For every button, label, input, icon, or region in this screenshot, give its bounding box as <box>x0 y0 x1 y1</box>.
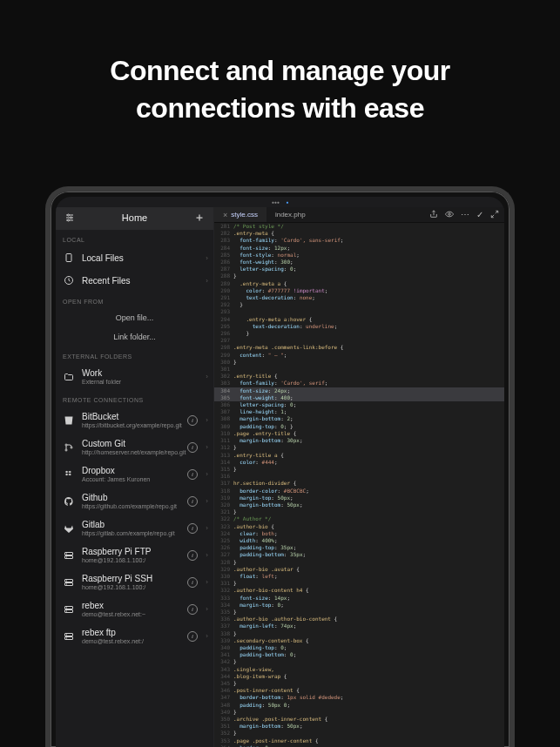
code-line[interactable]: 329.author-bio .avatar { <box>214 566 504 573</box>
code-line[interactable]: 288} <box>214 273 504 279</box>
code-line[interactable]: 351 margin-bottom: 50px; <box>214 723 504 730</box>
code-line[interactable]: 306 letter-spacing: 0; <box>214 401 504 408</box>
code-line[interactable]: 314 color: #444; <box>214 459 504 466</box>
share-icon[interactable] <box>429 210 438 220</box>
code-line[interactable]: 344.blog-item-wrap { <box>214 673 504 680</box>
close-icon[interactable]: × <box>223 211 227 219</box>
code-line[interactable]: 333 font-size: 14px; <box>214 595 504 602</box>
sidebar-item-external-work[interactable]: Work External folder › <box>56 363 213 390</box>
sidebar-item-remote[interactable]: Raspberry Pi SSHhome@192.168.1.100:/i› <box>56 569 213 596</box>
code-line[interactable]: 315} <box>214 466 504 473</box>
sidebar-item-remote[interactable]: Gitlabhttps://gitlab.com/example/repo.gi… <box>56 515 213 542</box>
code-line[interactable]: 339.secondary-content-box { <box>214 637 504 644</box>
info-icon[interactable]: i <box>187 469 198 480</box>
sidebar-item-remote[interactable]: rebexdemo@test.rebex.net:~i› <box>56 596 213 622</box>
code-line[interactable]: 352} <box>214 730 504 737</box>
sidebar-item-local-files[interactable]: Local Files › <box>56 246 213 269</box>
code-line[interactable]: 332.author-bio-content h4 { <box>214 587 504 594</box>
code-line[interactable]: 345} <box>214 680 504 687</box>
info-icon[interactable]: i <box>187 604 198 615</box>
code-line[interactable]: 289 .entry-meta a { <box>214 280 504 287</box>
code-line[interactable]: 293 <box>214 308 504 315</box>
open-file-button[interactable]: Open file... <box>56 308 213 327</box>
info-icon[interactable]: i <box>187 631 198 642</box>
code-line[interactable]: 335} <box>214 609 504 616</box>
code-line[interactable]: 346.post-inner-content { <box>214 687 504 694</box>
code-line[interactable]: 320 margin-bottom: 50px; <box>214 501 504 508</box>
sidebar-item-remote[interactable]: rebex ftpdemo@test.rebex.net:/i› <box>56 622 213 649</box>
sidebar-item-remote[interactable]: Custom Githttp://homeserver.net/example/… <box>56 434 213 461</box>
code-line[interactable]: 284 font-size: 12px; <box>214 245 504 252</box>
code-line[interactable]: 317hr.section-divider { <box>214 480 504 487</box>
code-line[interactable]: 292 } <box>214 301 504 308</box>
code-line[interactable]: 311 margin-bottom: 30px; <box>214 437 504 444</box>
code-line[interactable]: 312} <box>214 444 504 451</box>
code-line[interactable]: 340 padding-top: 0; <box>214 644 504 651</box>
code-line[interactable]: 316 <box>214 473 504 480</box>
code-line[interactable]: 322/* Author */ <box>214 515 504 522</box>
code-line[interactable]: 286 font-weight: 300; <box>214 259 504 266</box>
link-folder-button[interactable]: Link folder... <box>56 327 213 347</box>
code-line[interactable]: 281/* Post style */ <box>214 223 504 230</box>
code-line[interactable]: 321} <box>214 508 504 515</box>
code-line[interactable]: 353.page .post-inner-content { <box>214 737 504 744</box>
info-icon[interactable]: i <box>187 415 198 426</box>
tab-index-php[interactable]: index.php <box>267 207 314 222</box>
code-line[interactable]: 310.page .entry-title { <box>214 430 504 437</box>
code-line[interactable]: 334 margin-top: 0; <box>214 602 504 609</box>
code-line[interactable]: 307 line-height: 1; <box>214 408 504 415</box>
sidebar-item-remote[interactable]: DropboxAccount: James Kuroneni› <box>56 461 213 488</box>
info-icon[interactable]: i <box>187 523 198 534</box>
code-editor[interactable]: 281/* Post style */282.entry-meta {283 f… <box>214 223 504 747</box>
code-line[interactable]: 305 font-weight: 400; <box>214 394 504 401</box>
code-line[interactable]: 350.archive .post-inner-content { <box>214 716 504 723</box>
code-line[interactable]: 330 float: left; <box>214 573 504 580</box>
code-line[interactable]: 290 color: #777777 !important; <box>214 287 504 294</box>
check-icon[interactable]: ✓ <box>476 210 483 220</box>
code-line[interactable]: 308 margin-bottom: 2; <box>214 415 504 422</box>
code-line[interactable]: 299 content: " – "; <box>214 352 504 359</box>
code-line[interactable]: 348 padding: 50px 0; <box>214 702 504 709</box>
code-line[interactable]: 291 text-decoration: none; <box>214 294 504 301</box>
settings-icon[interactable] <box>63 211 77 225</box>
code-line[interactable]: 304 font-size: 24px; <box>214 387 504 394</box>
code-line[interactable]: 331} <box>214 580 504 587</box>
preview-icon[interactable] <box>445 210 454 220</box>
code-line[interactable]: 287 letter-spacing: 0; <box>214 266 504 273</box>
expand-icon[interactable] <box>490 210 499 220</box>
code-line[interactable]: 343.single-view, <box>214 666 504 673</box>
code-line[interactable]: 325 width: 400%; <box>214 537 504 544</box>
code-line[interactable]: 296 } <box>214 330 504 337</box>
code-line[interactable]: 323.author-bio { <box>214 523 504 530</box>
code-line[interactable]: 297 <box>214 337 504 344</box>
code-line[interactable]: 337 margin-left: 74px; <box>214 622 504 629</box>
code-line[interactable]: 285 font-style: normal; <box>214 252 504 259</box>
tab-style-css[interactable]: × style.css <box>214 207 267 222</box>
code-line[interactable]: 294 .entry-meta a:hover { <box>214 316 504 323</box>
code-line[interactable]: 338} <box>214 630 504 637</box>
code-line[interactable]: 341 padding-bottom: 0; <box>214 651 504 658</box>
info-icon[interactable]: i <box>187 577 198 588</box>
code-line[interactable]: 303 font-family: 'Cardo', serif; <box>214 380 504 387</box>
sidebar-item-recent-files[interactable]: Recent Files › <box>56 269 213 292</box>
more-icon[interactable]: ⋯ <box>461 210 469 220</box>
code-line[interactable]: 324 clear: both; <box>214 530 504 537</box>
code-line[interactable]: 309 padding-top: 0; } <box>214 423 504 430</box>
info-icon[interactable]: i <box>187 442 198 453</box>
code-line[interactable]: 327 padding-bottom: 35px; <box>214 551 504 558</box>
code-line[interactable]: 342} <box>214 658 504 665</box>
code-line[interactable]: 347 border-bottom: 1px solid #dedede; <box>214 694 504 701</box>
code-line[interactable]: 300} <box>214 359 504 366</box>
code-line[interactable]: 295 text-decoration: underline; <box>214 323 504 330</box>
info-icon[interactable]: i <box>187 550 198 561</box>
sidebar-item-remote[interactable]: Raspberry Pi FTPhome@192.168.1.100:/i› <box>56 542 213 569</box>
sidebar-item-remote[interactable]: Githubhttps://github.com/example/repo.gi… <box>56 488 213 515</box>
code-line[interactable]: 313.entry-title a { <box>214 452 504 459</box>
code-line[interactable]: 336.author-bio .author-bio-content { <box>214 616 504 622</box>
code-line[interactable]: 318 border-color: #BCBCBC; <box>214 488 504 495</box>
code-line[interactable]: 282.entry-meta { <box>214 230 504 237</box>
code-line[interactable]: 298.entry-meta .comments-link:before { <box>214 344 504 351</box>
add-icon[interactable] <box>192 211 206 225</box>
info-icon[interactable]: i <box>187 496 198 507</box>
code-line[interactable]: 349} <box>214 709 504 716</box>
